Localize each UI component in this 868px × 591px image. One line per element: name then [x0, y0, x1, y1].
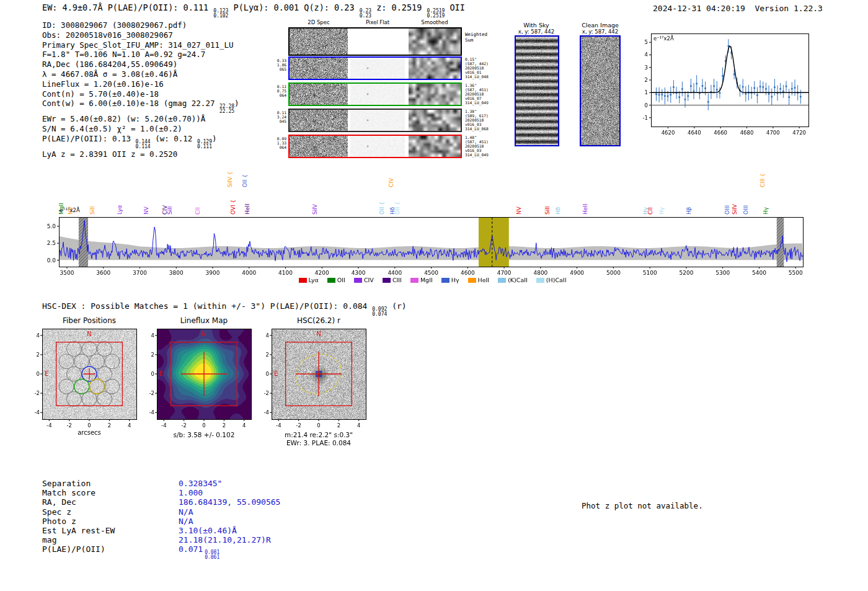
fiber-positions-title: Fiber Positions — [42, 316, 136, 325]
catalog-match-table: Separation0.328345"Match score1.000RA, D… — [42, 479, 280, 560]
photz-note: Phot z plot not available. — [582, 501, 703, 510]
match-table-label: Spec z — [42, 507, 179, 517]
legend-swatch — [383, 278, 391, 283]
clean-image-title: Clean Image — [572, 22, 628, 29]
match-table-value: 0.071 — [179, 544, 203, 554]
legend-item-CIII: CIII — [383, 277, 402, 283]
match-table-value: 21.18(21.10,21.27)R — [179, 535, 271, 544]
match-table-value: 3.10(±0.46)Å — [179, 526, 237, 535]
cutout-row-right-label: 1.48"(587, 451)20200518v016_03314_LU_049 — [465, 135, 489, 157]
cutout-smoothed-image — [409, 29, 461, 55]
hsc-caption-2: EWr: 3. PLAE: 0.084 — [262, 439, 375, 447]
line-label-HeII: HeII — [244, 203, 250, 215]
line-label-OII: OII { — [242, 174, 248, 187]
cutout-row-left-label: 0.113.24045 — [273, 110, 286, 123]
cutout-2dspec-image — [290, 58, 348, 79]
line-label-CII: CII — [195, 207, 201, 215]
legend-item-Lyα: Lyα — [299, 277, 319, 283]
line-label-SiIV: SiIV — [312, 204, 318, 215]
cutout-row-0 — [288, 27, 462, 56]
legend-label: (H)CaII — [546, 277, 567, 283]
cutout-row-left-label: 0.110.75064 — [273, 84, 286, 97]
lineflux-caption: s/b: 3.58 +/- 0.102 — [148, 431, 260, 438]
line-label-NV: NV — [143, 207, 149, 215]
match-table-row: RA, Dec186.684139, 55.090565 — [42, 497, 280, 507]
with-sky-image — [515, 35, 559, 146]
legend-label: OII — [337, 277, 345, 283]
match-table-row: P(LAE)/P(OII)0.0710.0810.061 — [42, 544, 280, 560]
match-table-label: Est LyA rest-EW — [42, 526, 179, 535]
legend-item-Hγ: Hγ — [441, 277, 459, 283]
match-table-row: Spec zN/A — [42, 507, 280, 517]
line-label-Hβ: Hβ — [686, 207, 692, 215]
cutout-2dspec-image — [290, 136, 348, 157]
cutout-row-right-label: WeightedSum — [465, 32, 487, 43]
cutout-row-4 — [288, 135, 462, 158]
match-table-label: Photo z — [42, 517, 179, 526]
cutout-smoothed-image — [409, 110, 461, 131]
match-table-row: Separation0.328345" — [42, 479, 280, 488]
match-table-value: 186.684139, 55.090565 — [179, 497, 280, 507]
cutout-2dspec-image — [290, 110, 348, 131]
match-table-uncertainty: 0.0810.061 — [205, 550, 219, 560]
line-label-OII: OII { — [394, 202, 401, 215]
legend-swatch — [536, 278, 544, 283]
line-fit-inset-plot — [632, 29, 813, 144]
match-table-label: RA, Dec — [42, 497, 179, 507]
legend-label: HeII — [478, 277, 490, 283]
line-label-CIII: CIII { — [760, 173, 766, 187]
cutout-pixelflat-image — [350, 110, 405, 131]
legend-item-KCaII: (K)CaII — [498, 277, 528, 283]
cutout-smoothed-image — [409, 136, 461, 157]
legend-swatch — [498, 278, 506, 283]
with-sky-title: With Sky — [508, 22, 564, 29]
match-table-label: mag — [42, 535, 179, 544]
legend-swatch — [441, 278, 450, 283]
hsc-dex-uncertainty: 0.0920.074 — [372, 307, 387, 317]
clean-image-coords: x, y: 587, 442 — [572, 29, 628, 35]
line-label-CIV: CIV — [388, 178, 394, 187]
line-label-OVI: OVI { — [230, 200, 236, 215]
cutout-row-2 — [288, 82, 462, 106]
legend-item-CIV: CIV — [354, 277, 374, 283]
hsc-caption-1: m:21.4 re:2.2" s:0.3" — [262, 431, 375, 438]
legend-item-HeII: HeII — [468, 277, 490, 283]
cutout-row-right-label: 1.38"(589, 617)20200518v016_03314_LU_068 — [465, 109, 489, 131]
match-table-value: 1.000 — [179, 488, 203, 497]
match-table-row: Photo zN/A — [42, 517, 280, 526]
cutout-row-right-label: 0.15"(587, 442)20200518v016_01314_LU_048 — [465, 57, 489, 79]
cutout-smoothed-image — [409, 84, 461, 105]
line-label-HeII: HeII — [582, 203, 588, 215]
match-table-value: N/A — [179, 507, 193, 517]
legend-swatch — [410, 278, 418, 283]
line-label-SiII: SiII — [544, 206, 551, 215]
cutout-row-left-label: 0.091.33064 — [273, 136, 286, 149]
legend-swatch — [327, 278, 335, 283]
legend-label: MgII — [420, 277, 433, 283]
legend-label: CIII — [392, 277, 402, 283]
legend-swatch — [299, 278, 307, 283]
match-table-label: P(LAE)/P(OII) — [42, 544, 179, 554]
fiber-xaxis-label: arcsecs — [42, 429, 136, 436]
cutout-pixelflat-image — [350, 136, 405, 157]
full-spectrum-plot — [34, 215, 834, 280]
legend-label: CIV — [364, 277, 374, 283]
legend-label: (K)CaII — [508, 277, 528, 283]
cutout-row-right-label: 1.36"(587, 451)20200518v016_07314_LU_049 — [465, 83, 489, 105]
cutout-row-1 — [288, 56, 462, 80]
cutout-2dspec-image — [290, 84, 348, 105]
elixer-detection-report: EW: 4.9±0.7Å P(LAE)/P(OII): 0.111 0.1230… — [0, 0, 868, 591]
cutout-row-left-label: 0.331.86065 — [273, 58, 286, 71]
legend-item-MgII: MgII — [410, 277, 433, 283]
legend-swatch — [468, 278, 476, 283]
line-label-Hγ: Hγ — [658, 207, 665, 215]
fiber-positions-plot — [25, 325, 140, 430]
cutout-row-3 — [288, 109, 462, 132]
legend-label: Lyα — [309, 277, 319, 283]
with-sky-coords: x, y: 587, 442 — [508, 29, 564, 35]
match-table-label: Separation — [42, 479, 179, 488]
cutout-pixelflat-image — [350, 58, 405, 79]
line-label-OII: OII { — [379, 202, 385, 215]
line-label-SiII: SiII — [167, 206, 173, 215]
lineflux-map-plot — [140, 325, 255, 430]
